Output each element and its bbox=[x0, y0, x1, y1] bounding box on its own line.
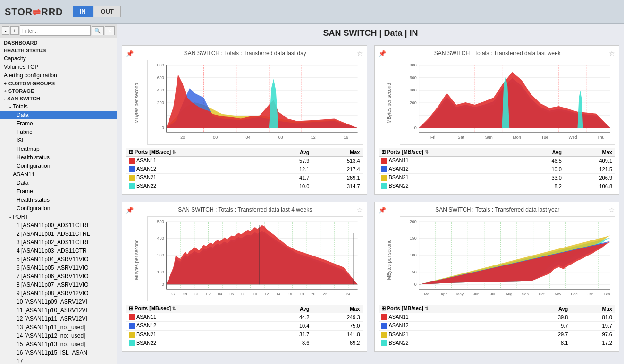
chart-panel-week: 📌 SAN SWITCH : Totals : Transferred data… bbox=[374, 45, 620, 195]
col-avg-4weeks[interactable]: Avg bbox=[270, 305, 312, 313]
legend-max: 121.5 bbox=[565, 165, 615, 174]
sidebar-item-port-9[interactable]: 9 [ASAN11p08_ASRV12VIO bbox=[0, 289, 117, 298]
svg-text:0: 0 bbox=[414, 282, 416, 287]
legend-avg: 31.7 bbox=[270, 330, 312, 339]
chart-pin-year[interactable]: 📌 bbox=[379, 207, 386, 214]
chart-star-4weeks[interactable]: ☆ bbox=[357, 206, 363, 214]
sort-icon-year: ⊞ bbox=[381, 306, 386, 311]
chart-star-week[interactable]: ☆ bbox=[609, 50, 615, 57]
tab-out[interactable]: OUT bbox=[94, 6, 121, 17]
sort-icon-4weeks: ⊞ bbox=[129, 306, 133, 311]
sidebar-item-asan11-frame[interactable]: Frame bbox=[0, 187, 117, 196]
tab-in[interactable]: IN bbox=[73, 6, 93, 17]
col-max-week[interactable]: Max bbox=[565, 148, 615, 157]
sidebar-item-alerting[interactable]: Alerting configuration bbox=[0, 71, 117, 80]
col-ports-year[interactable]: ⊞ Ports [MB/sec] ⇅ bbox=[379, 305, 527, 313]
legend-max: 409.1 bbox=[565, 157, 615, 165]
sidebar-item-port-10[interactable]: 10 [ASAN11p09_ASRV12VI bbox=[0, 298, 117, 306]
sidebar-filter-input[interactable] bbox=[20, 25, 91, 36]
sidebar-item-port-4[interactable]: 4 [ASAN11p03_ADS11CTR bbox=[0, 247, 117, 255]
sidebar-item-heatmap[interactable]: Heatmap bbox=[0, 145, 117, 153]
col-avg-day[interactable]: Avg bbox=[270, 148, 312, 157]
svg-marker-86 bbox=[167, 225, 358, 284]
legend-row: ASAN12 12.1 217.4 bbox=[126, 165, 363, 174]
sidebar-item-asan11-data[interactable]: Data bbox=[0, 179, 117, 187]
sidebar-item-configuration-ss[interactable]: Configuration bbox=[0, 162, 117, 170]
legend-color bbox=[381, 332, 387, 338]
sidebar-item-san-switch[interactable]: -SAN SWITCH bbox=[0, 95, 117, 102]
legend-max: 206.9 bbox=[565, 174, 615, 182]
sidebar-item-storage[interactable]: +STORAGE bbox=[0, 87, 117, 95]
col-ports-day[interactable]: ⊞ Ports [MB/sec] ⇅ bbox=[126, 148, 270, 157]
sidebar-item-port-6[interactable]: 6 [ASAN11p05_ASRV11VIO bbox=[0, 264, 117, 272]
sidebar-item-health-status-ss[interactable]: Health status bbox=[0, 153, 117, 162]
sidebar-item-port-16[interactable]: 16 [ASAN11p15_ISL_ASAN bbox=[0, 348, 117, 357]
sidebar-item-asan11[interactable]: -ASAN11 bbox=[0, 170, 117, 179]
legend-avg: 9.7 bbox=[527, 322, 571, 330]
col-avg-week[interactable]: Avg bbox=[522, 148, 565, 157]
svg-text:00: 00 bbox=[213, 135, 218, 140]
sidebar-item-port-7[interactable]: 7 [ASAN11p06_ASRV11VIO bbox=[0, 272, 117, 281]
svg-text:20: 20 bbox=[311, 292, 315, 296]
sidebar-collapse-btn[interactable]: - bbox=[2, 26, 9, 35]
legend-row: BSAN22 10.0 314.7 bbox=[126, 182, 363, 190]
col-max-year[interactable]: Max bbox=[571, 305, 615, 313]
legend-name: ASAN11 bbox=[126, 313, 270, 322]
sidebar-item-frame[interactable]: Frame bbox=[0, 119, 117, 128]
svg-text:Nov: Nov bbox=[554, 292, 561, 296]
sidebar-item-port-12[interactable]: 12 [ASAN11p11_ASRV12VI bbox=[0, 314, 117, 323]
sidebar-item-port-5[interactable]: 5 [ASAN11p04_ASRV11VIO bbox=[0, 255, 117, 264]
legend-row: BSAN21 33.0 206.9 bbox=[379, 174, 616, 182]
svg-text:0: 0 bbox=[414, 125, 416, 130]
tab-buttons: IN OUT bbox=[73, 6, 121, 17]
sidebar-item-capacity[interactable]: Capacity bbox=[0, 54, 117, 63]
sidebar-close-btn[interactable]: ✕ bbox=[105, 26, 115, 35]
col-avg-year[interactable]: Avg bbox=[527, 305, 571, 313]
col-ports-week[interactable]: ⊞ Ports [MB/sec] ⇅ bbox=[379, 148, 522, 157]
sidebar-item-port-3[interactable]: 3 [ASAN11p02_ADS11CTRL bbox=[0, 238, 117, 247]
sidebar-item-port[interactable]: -PORT bbox=[0, 213, 117, 221]
sidebar-item-asan11-health[interactable]: Health status bbox=[0, 196, 117, 204]
chart-panel-year: 📌 SAN SWITCH : Totals : Transferred data… bbox=[374, 202, 620, 351]
col-max-day[interactable]: Max bbox=[312, 148, 363, 157]
chart-pin-day[interactable]: 📌 bbox=[126, 50, 134, 57]
sidebar-item-isl[interactable]: ISL bbox=[0, 136, 117, 145]
legend-color bbox=[129, 158, 135, 164]
sidebar-item-dashboard[interactable]: DASHBOARD bbox=[0, 39, 117, 47]
sidebar-item-health-status[interactable]: HEALTH STATUS bbox=[0, 47, 117, 54]
sidebar-add-btn[interactable]: + bbox=[10, 26, 19, 35]
legend-row: BSAN21 29.7 97.6 bbox=[379, 330, 616, 339]
sidebar-item-totals[interactable]: -Totals bbox=[0, 102, 117, 111]
chart-star-year[interactable]: ☆ bbox=[609, 206, 615, 214]
chart-pin-week[interactable]: 📌 bbox=[379, 50, 386, 57]
svg-text:Fri: Fri bbox=[430, 135, 435, 140]
col-max-4weeks[interactable]: Max bbox=[312, 305, 363, 313]
sidebar-item-port-14[interactable]: 14 [ASAN11p12_not_used] bbox=[0, 331, 117, 340]
legend-avg: 10.4 bbox=[270, 322, 312, 330]
sidebar-item-volumes-top[interactable]: Volumes TOP bbox=[0, 63, 117, 71]
sidebar-item-port-1[interactable]: 1 [ASAN11p00_ADS11CTRL bbox=[0, 221, 117, 230]
sidebar-item-port-2[interactable]: 2 [ASAN11p01_ADS11CTRL bbox=[0, 230, 117, 238]
svg-text:16: 16 bbox=[288, 292, 292, 296]
legend-row: ASAN12 9.7 19.7 bbox=[379, 322, 616, 330]
sidebar-item-asan11-config[interactable]: Configuration bbox=[0, 204, 117, 213]
chart-pin-4weeks[interactable]: 📌 bbox=[126, 207, 134, 214]
sidebar-item-port-15[interactable]: 15 [ASAN11p13_not_used] bbox=[0, 340, 117, 348]
legend-name: ASAN11 bbox=[379, 313, 527, 322]
y-axis-label-year: MBytes per second bbox=[387, 240, 392, 280]
sidebar-item-port-13[interactable]: 13 [ASAN11p11_not_used] bbox=[0, 323, 117, 331]
sidebar-search-btn[interactable]: 🔍 bbox=[92, 26, 104, 35]
col-ports-4weeks[interactable]: ⊞ Ports [MB/sec] ⇅ bbox=[126, 305, 270, 313]
legend-max: 81.0 bbox=[571, 313, 615, 322]
sidebar-item-port-17[interactable]: 17 bbox=[0, 357, 117, 364]
chart-star-day[interactable]: ☆ bbox=[357, 50, 363, 57]
sidebar: - + 🔍 ✕ DASHBOARD HEALTH STATUS Capacity… bbox=[0, 24, 117, 364]
sidebar-item-data[interactable]: Data bbox=[0, 111, 117, 119]
sidebar-item-port-8[interactable]: 8 [ASAN11p07_ASRV11VIO bbox=[0, 281, 117, 289]
sidebar-item-custom-groups[interactable]: +CUSTOM GROUPS bbox=[0, 80, 117, 87]
sidebar-item-fabric[interactable]: Fabric bbox=[0, 128, 117, 136]
legend-name: BSAN21 bbox=[126, 330, 270, 339]
svg-text:Wed: Wed bbox=[568, 135, 577, 140]
sidebar-item-port-11[interactable]: 11 [ASAN11p10_ASRV12VI bbox=[0, 306, 117, 314]
svg-text:Sep: Sep bbox=[522, 292, 529, 296]
